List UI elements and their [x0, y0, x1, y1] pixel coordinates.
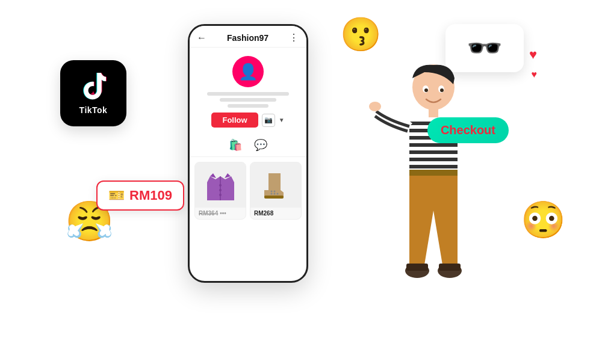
kissing-emoji: 😗 [340, 15, 382, 54]
product-price-jacket: RM364 ••• [195, 208, 246, 219]
product-price-boots: RM268 [250, 208, 301, 219]
back-arrow[interactable]: ← [197, 32, 206, 43]
svg-point-8 [273, 190, 275, 192]
avatar: 👤 [232, 56, 264, 87]
tiktok-label: TikTok [79, 105, 108, 115]
svg-rect-24 [406, 264, 428, 271]
stats-bar-med [220, 98, 276, 102]
svg-point-29 [440, 88, 444, 92]
product-card-jacket[interactable]: RM364 ••• [194, 162, 246, 220]
boots-image [250, 162, 301, 208]
chat-icon[interactable]: 💬 [254, 138, 267, 152]
checkout-label: Checkout [441, 123, 495, 137]
coupon-icon: 🎫 [108, 188, 125, 203]
stats-bar-short [228, 104, 268, 108]
svg-point-20 [369, 102, 381, 111]
dropdown-arrow-icon[interactable]: ▼ [279, 117, 285, 123]
profile-name: Fashion97 [227, 33, 268, 43]
person-figure [364, 54, 503, 355]
phone-mockup: ← Fashion97 ⋮ 👤 Follow 📷 ▼ 🛍️ 💬 [188, 24, 308, 283]
svg-point-5 [273, 193, 275, 194]
svg-point-4 [270, 193, 272, 194]
surprised-emoji: 😳 [521, 199, 566, 241]
svg-point-0 [219, 184, 222, 187]
coupon-amount: RM109 [129, 188, 172, 203]
svg-point-6 [276, 193, 278, 194]
profile-section: 👤 Follow 📷 ▼ [190, 48, 306, 138]
profile-stats-bars [197, 92, 299, 108]
phone-action-bar: 🛍️ 💬 [190, 138, 306, 157]
svg-rect-15 [409, 143, 458, 147]
svg-rect-16 [409, 150, 458, 154]
svg-point-1 [219, 189, 222, 191]
instagram-icon[interactable]: 📷 [262, 114, 275, 127]
heart-decoration-1: ♥ [529, 47, 537, 63]
phone-header: ← Fashion97 ⋮ [190, 26, 306, 48]
follow-button[interactable]: Follow [211, 113, 258, 128]
svg-point-28 [424, 88, 428, 92]
svg-point-7 [270, 190, 272, 192]
ig-symbol: 📷 [264, 116, 273, 124]
avatar-icon: 👤 [238, 63, 258, 81]
svg-point-2 [219, 194, 222, 196]
tiktok-logo: TikTok [60, 60, 126, 126]
checkout-bubble[interactable]: Checkout [427, 117, 509, 143]
svg-rect-17 [409, 158, 458, 161]
svg-rect-18 [409, 165, 458, 168]
coupon-badge: 🎫 RM109 [96, 180, 184, 211]
more-options-icon[interactable]: ⋮ [289, 32, 299, 43]
heart-decoration-2: ♥ [532, 69, 538, 80]
price-dots: ••• [220, 210, 226, 217]
products-grid: RM364 ••• RM268 [190, 157, 306, 224]
jacket-image [195, 162, 246, 208]
stats-bar-wide [207, 92, 289, 96]
svg-rect-3 [264, 196, 284, 199]
product-card-boots[interactable]: RM268 [250, 162, 302, 220]
follow-row: Follow 📷 ▼ [211, 113, 284, 128]
cart-icon[interactable]: 🛍️ [229, 138, 242, 152]
svg-rect-25 [439, 264, 461, 271]
